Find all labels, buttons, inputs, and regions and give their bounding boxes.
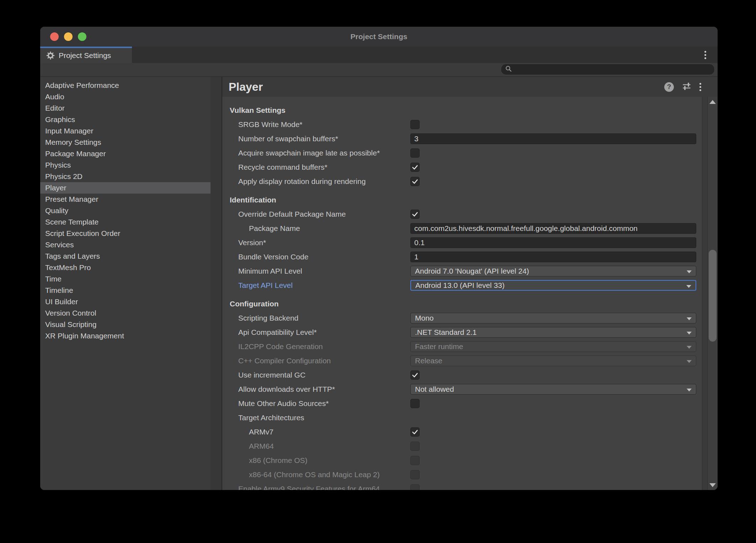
setting-row-il2cpp-code-generation: IL2CPP Code GenerationFaster runtime xyxy=(230,339,702,354)
apply-display-rotation-during-rendering-checkbox[interactable] xyxy=(410,177,420,186)
setting-control xyxy=(410,237,696,248)
window-title: Project Settings xyxy=(40,27,718,47)
sidebar-item-physics-2d[interactable]: Physics 2D xyxy=(40,171,211,182)
dropdown-value: Android 7.0 'Nougat' (API level 24) xyxy=(415,267,529,275)
setting-control xyxy=(410,484,696,490)
setting-control: Not allowed xyxy=(410,384,696,395)
bundle-version-code-input[interactable] xyxy=(410,252,696,262)
setting-label: x86-64 (Chrome OS and Magic Leap 2) xyxy=(230,470,410,479)
acquire-swapchain-image-late-as-possible-checkbox[interactable] xyxy=(410,148,420,158)
mute-other-audio-sources-checkbox[interactable] xyxy=(410,399,420,408)
chevron-down-icon xyxy=(687,360,692,363)
setting-label: Enable Armv9 Security Features for Arm64 xyxy=(230,485,410,490)
setting-label: Acquire swapchain image late as possible… xyxy=(230,149,410,157)
dropdown-value: Not allowed xyxy=(415,385,454,394)
setting-row-version: Version* xyxy=(230,236,702,250)
settings-body: Adaptive PerformanceAudioEditorGraphicsI… xyxy=(40,77,718,490)
recycle-command-buffers-checkbox[interactable] xyxy=(410,163,420,172)
sidebar-item-script-execution-order[interactable]: Script Execution Order xyxy=(40,228,211,239)
scroll-down-icon[interactable] xyxy=(708,481,718,489)
chevron-down-icon xyxy=(686,285,691,288)
search-icon xyxy=(505,65,512,74)
search-input[interactable] xyxy=(515,64,714,75)
setting-row-scripting-backend: Scripting BackendMono xyxy=(230,311,702,325)
setting-label: Override Default Package Name xyxy=(230,210,410,218)
use-incremental-gc-checkbox[interactable] xyxy=(410,370,420,380)
setting-label: Target API Level xyxy=(230,281,410,290)
sidebar-item-adaptive-performance[interactable]: Adaptive Performance xyxy=(40,80,211,91)
setting-row-target-api-level: Target API LevelAndroid 13.0 (API level … xyxy=(230,278,702,292)
sidebar-item-memory-settings[interactable]: Memory Settings xyxy=(40,137,211,148)
setting-control: Mono xyxy=(410,313,696,323)
sidebar-item-player[interactable]: Player xyxy=(40,182,211,194)
setting-control: Release xyxy=(410,355,696,366)
setting-label: Recycle command buffers* xyxy=(230,163,410,172)
tab-label: Project Settings xyxy=(59,51,111,60)
sidebar-item-preset-manager[interactable]: Preset Manager xyxy=(40,194,211,205)
sidebar-item-services[interactable]: Services xyxy=(40,239,211,251)
sidebar-item-ui-builder[interactable]: UI Builder xyxy=(40,296,211,307)
sidebar-item-physics[interactable]: Physics xyxy=(40,159,211,171)
setting-row-api-compatibility-level: Api Compatibility Level*.NET Standard 2.… xyxy=(230,325,702,339)
package-name-input[interactable] xyxy=(410,223,696,234)
scripting-backend-dropdown[interactable]: Mono xyxy=(410,313,696,323)
setting-label: SRGB Write Mode* xyxy=(230,120,410,129)
target-api-level-dropdown[interactable]: Android 13.0 (API level 33) xyxy=(410,280,696,291)
sidebar-item-editor[interactable]: Editor xyxy=(40,102,211,114)
setting-control xyxy=(410,133,696,144)
setting-control: Android 13.0 (API level 33) xyxy=(410,280,696,291)
sidebar-item-version-control[interactable]: Version Control xyxy=(40,307,211,319)
section-title: Identification xyxy=(230,193,702,207)
setting-row-c-compiler-configuration: C++ Compiler ConfigurationRelease xyxy=(230,354,702,368)
version-input[interactable] xyxy=(410,237,696,248)
setting-row-recycle-command-buffers: Recycle command buffers* xyxy=(230,160,702,174)
sidebar-item-input-manager[interactable]: Input Manager xyxy=(40,125,211,137)
main-header: Player ? xyxy=(222,77,718,97)
sidebar-item-tags-and-layers[interactable]: Tags and Layers xyxy=(40,251,211,262)
sidebar-item-xr-plugin-management[interactable]: XR Plugin Management xyxy=(40,330,211,342)
sidebar-item-visual-scripting[interactable]: Visual Scripting xyxy=(40,319,211,330)
help-icon[interactable]: ? xyxy=(664,82,674,92)
main-panel: Player ? xyxy=(222,77,718,490)
tab-strip: Project Settings xyxy=(40,47,718,63)
number-of-swapchain-buffers-input[interactable] xyxy=(410,133,696,144)
sidebar-item-textmesh-pro[interactable]: TextMesh Pro xyxy=(40,262,211,273)
armv7-checkbox[interactable] xyxy=(410,427,420,437)
setting-label: Mute Other Audio Sources* xyxy=(230,399,410,408)
minimum-api-level-dropdown[interactable]: Android 7.0 'Nougat' (API level 24) xyxy=(410,266,696,276)
setting-control xyxy=(410,177,696,186)
sidebar: Adaptive PerformanceAudioEditorGraphicsI… xyxy=(40,77,211,490)
panel-menu-icon[interactable] xyxy=(699,83,701,91)
sidebar-item-package-manager[interactable]: Package Manager xyxy=(40,148,211,159)
srgb-write-mode-checkbox[interactable] xyxy=(410,120,420,129)
search-box[interactable] xyxy=(501,64,715,75)
sidebar-item-quality[interactable]: Quality xyxy=(40,205,211,216)
presets-icon[interactable] xyxy=(682,81,692,93)
chevron-down-icon xyxy=(687,317,692,320)
more-options-icon[interactable] xyxy=(701,50,710,59)
project-settings-window: Project Settings xyxy=(40,27,718,490)
setting-row-arm64: ARM64 xyxy=(230,439,702,453)
api-compatibility-level-dropdown[interactable]: .NET Standard 2.1 xyxy=(410,327,696,338)
scrollbar[interactable] xyxy=(708,97,718,490)
setting-row-allow-downloads-over-http: Allow downloads over HTTP*Not allowed xyxy=(230,382,702,396)
allow-downloads-over-http-dropdown[interactable]: Not allowed xyxy=(410,384,696,395)
setting-label: Number of swapchain buffers* xyxy=(230,135,410,143)
sidebar-item-audio[interactable]: Audio xyxy=(40,91,211,102)
setting-row-bundle-version-code: Bundle Version Code xyxy=(230,250,702,264)
setting-label: Bundle Version Code xyxy=(230,253,410,261)
setting-row-acquire-swapchain-image-late-as-possible: Acquire swapchain image late as possible… xyxy=(230,146,702,160)
sidebar-item-scene-template[interactable]: Scene Template xyxy=(40,216,211,228)
sidebar-item-timeline[interactable]: Timeline xyxy=(40,285,211,296)
sidebar-item-graphics[interactable]: Graphics xyxy=(40,114,211,125)
setting-label: Target Architectures xyxy=(230,413,410,422)
scroll-up-icon[interactable] xyxy=(708,97,718,106)
setting-control xyxy=(410,470,696,479)
tab-project-settings[interactable]: Project Settings xyxy=(40,47,132,63)
override-default-package-name-checkbox[interactable] xyxy=(410,210,420,219)
setting-control xyxy=(410,370,696,380)
sidebar-item-time[interactable]: Time xyxy=(40,273,211,285)
scrollbar-thumb[interactable] xyxy=(709,250,717,342)
titlebar[interactable]: Project Settings xyxy=(40,27,718,47)
setting-label: Use incremental GC xyxy=(230,371,410,379)
